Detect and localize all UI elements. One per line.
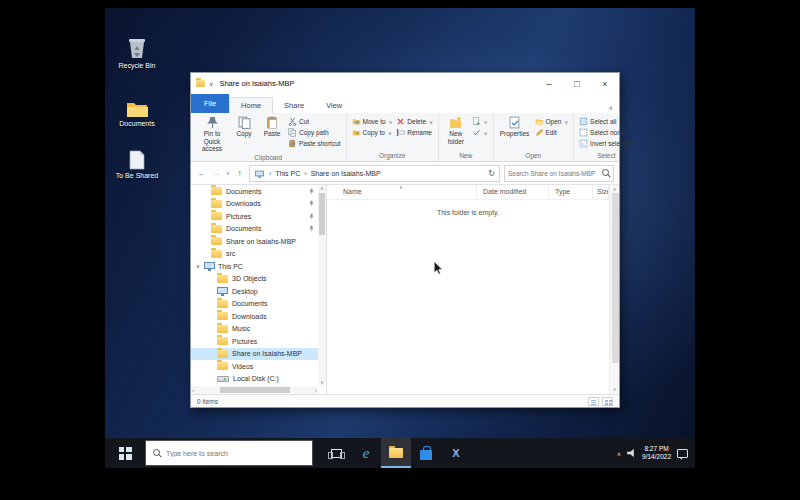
copy-to-button[interactable]: Copy to ∨ (350, 127, 395, 138)
scrollbar-thumb[interactable] (220, 387, 290, 393)
ribbon-group-clipboard: Pin to Quick access Copy Paste (191, 113, 346, 161)
paste-button[interactable]: Paste (258, 114, 286, 138)
nav-item-documents-2[interactable]: Documents (191, 223, 318, 236)
folder-icon (217, 312, 228, 320)
cut-button[interactable]: Cut (286, 116, 343, 127)
nav-item-local-disk-c[interactable]: Local Disk (C:) (191, 373, 318, 386)
hidden-icons-button[interactable]: ∧ (617, 450, 621, 457)
expander-icon[interactable]: ∨ (195, 263, 201, 269)
disk-drive-icon (217, 376, 229, 382)
column-header-type[interactable]: Type (549, 185, 593, 199)
paste-shortcut-button[interactable]: Paste shortcut (286, 138, 343, 149)
item-count: 0 items (197, 398, 218, 405)
nav-item-documents-pc[interactable]: Documents (191, 298, 318, 311)
tab-view[interactable]: View (315, 98, 353, 113)
open-button[interactable]: Open ∨ (533, 116, 571, 127)
copy-button[interactable]: Copy (230, 114, 258, 138)
scroll-up-icon[interactable]: ∧ (318, 185, 326, 192)
invert-selection-button[interactable]: Invert selection (577, 138, 636, 149)
nav-item-this-pc[interactable]: ∨ This PC (191, 260, 318, 273)
breadcrumb-segment-this-pc[interactable]: This PC (275, 170, 300, 177)
edit-button[interactable]: Edit (533, 127, 571, 138)
taskbar-search-box[interactable] (145, 440, 313, 466)
taskbar-icon-internet-explorer[interactable]: e (351, 438, 381, 468)
scroll-down-icon[interactable]: ∨ (610, 386, 619, 393)
nav-vertical-scrollbar[interactable]: ∧ ∨ (318, 185, 326, 386)
up-button[interactable]: ↑ (234, 169, 245, 178)
delete-button[interactable]: Delete ∨ (394, 116, 434, 127)
column-header-name[interactable]: ∧ Name (327, 185, 477, 199)
copy-path-button[interactable]: Copy path (286, 127, 343, 138)
easy-access-button[interactable]: ∨ (470, 127, 490, 138)
tab-home[interactable]: Home (229, 97, 273, 113)
taskbar-icon-store[interactable] (411, 438, 441, 468)
rename-button[interactable]: Rename (394, 127, 434, 138)
nav-item-videos[interactable]: Videos (191, 360, 318, 373)
nav-item-music[interactable]: Music (191, 323, 318, 336)
maximize-button[interactable]: □ (563, 73, 591, 94)
sort-ascending-icon: ∧ (399, 185, 403, 190)
new-folder-button[interactable]: New folder (442, 114, 470, 145)
tab-share[interactable]: Share (273, 98, 315, 113)
open-icon (535, 117, 544, 126)
close-button[interactable]: × (591, 73, 619, 94)
search-box[interactable] (504, 165, 614, 182)
breadcrumb[interactable]: › This PC › Share on Isaiahs-MBP ↻ (249, 165, 500, 182)
action-center-icon[interactable] (677, 449, 688, 458)
column-header-date-modified[interactable]: Date modified (477, 185, 549, 199)
tab-file[interactable]: File (191, 94, 229, 113)
select-all-button[interactable]: Select all (577, 116, 636, 127)
task-view-button[interactable] (321, 438, 351, 468)
taskbar-icon-x-app[interactable]: X (441, 438, 471, 468)
back-button[interactable]: ← (196, 169, 207, 178)
scroll-up-icon[interactable]: ∧ (610, 186, 619, 193)
scroll-left-icon[interactable]: ‹ (192, 386, 194, 394)
desktop-icon-documents[interactable]: Documents (109, 100, 165, 128)
scrollbar-thumb[interactable] (612, 193, 619, 363)
taskbar: e X ∧ 8:27 PM 9/14/2022 (105, 438, 695, 468)
clock-date: 9/14/2022 (642, 453, 671, 461)
properties-button[interactable]: Properties (497, 114, 533, 138)
nav-item-src[interactable]: src (191, 248, 318, 261)
taskbar-icon-file-explorer[interactable] (381, 438, 411, 468)
nav-item-documents-pinned[interactable]: Documents (191, 185, 318, 198)
desktop-icon-label: To Be Shared (109, 172, 165, 180)
column-header-size[interactable]: Size (593, 185, 609, 199)
scrollbar-thumb[interactable] (319, 193, 325, 235)
volume-icon[interactable] (627, 449, 636, 458)
recent-locations-button[interactable]: ∨ (226, 170, 230, 176)
nav-item-share-on-isaiahs-mbp-quick[interactable]: Share on Isaiahs-MBP (191, 235, 318, 248)
pin-to-quick-access-button[interactable]: Pin to Quick access (194, 114, 230, 153)
nav-item-3d-objects[interactable]: 3D Objects (191, 273, 318, 286)
ribbon-tab-row: File Home Share View ∧ (191, 94, 619, 113)
select-none-button[interactable]: Select none (577, 127, 636, 138)
nav-item-desktop[interactable]: Desktop (191, 285, 318, 298)
collapse-ribbon-button[interactable]: ∧ (609, 104, 613, 111)
minimize-button[interactable]: – (535, 73, 563, 94)
taskbar-search-input[interactable] (166, 450, 305, 457)
ribbon-group-new: New folder ∨ ∨ (438, 113, 493, 161)
taskbar-clock[interactable]: 8:27 PM 9/14/2022 (642, 445, 671, 461)
nav-item-downloads-pc[interactable]: Downloads (191, 310, 318, 323)
refresh-button[interactable]: ↻ (488, 169, 495, 178)
nav-item-downloads-pinned[interactable]: Downloads (191, 198, 318, 211)
desktop-icon-to-be-shared[interactable]: To Be Shared (109, 150, 165, 180)
title-bar[interactable]: ∨ Share on Isaiahs-MBP – □ × (191, 73, 619, 94)
details-view-button[interactable] (588, 397, 599, 406)
main-vertical-scrollbar[interactable]: ∧ ∨ (609, 185, 619, 394)
start-button[interactable] (105, 438, 145, 468)
search-input[interactable] (508, 170, 600, 177)
scroll-right-icon[interactable]: › (315, 386, 317, 394)
customize-quick-access-button[interactable]: ∨ (209, 80, 213, 87)
scroll-down-icon[interactable]: ∨ (318, 379, 326, 386)
thumbnails-view-button[interactable] (602, 397, 613, 406)
nav-item-pictures-pinned[interactable]: Pictures (191, 210, 318, 223)
desktop-icon-recycle-bin[interactable]: Recycle Bin (109, 36, 165, 70)
move-to-button[interactable]: Move to ∨ (350, 116, 395, 127)
nav-horizontal-scrollbar[interactable]: ‹ › (191, 386, 318, 394)
forward-button[interactable]: → (211, 169, 222, 178)
nav-item-pictures-pc[interactable]: Pictures (191, 335, 318, 348)
breadcrumb-segment-share[interactable]: Share on Isaiahs-MBP (311, 170, 381, 177)
new-item-button[interactable]: ∨ (470, 116, 490, 127)
nav-item-share-on-isaiahs-mbp[interactable]: Share on Isaiahs-MBP (191, 348, 318, 361)
